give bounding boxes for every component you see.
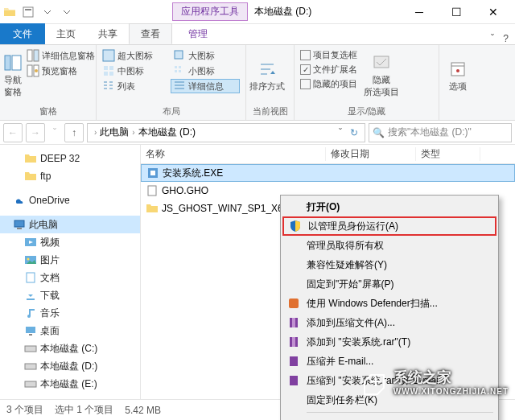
navigation-pane-button[interactable]: 导航窗格 — [3, 48, 23, 103]
svg-rect-2 — [5, 56, 10, 70]
col-type[interactable]: 类型 — [416, 147, 480, 161]
menu-pin-taskbar[interactable]: 固定到任务栏(K) — [282, 390, 496, 410]
view-large-icons[interactable]: 大图标 — [171, 48, 240, 63]
svg-rect-33 — [25, 364, 36, 369]
svg-rect-5 — [34, 50, 39, 61]
menu-pin-start[interactable]: 固定到"开始"屏幕(P) — [282, 274, 496, 294]
breadcrumb-drive[interactable]: 本地磁盘 (D:) — [138, 126, 196, 139]
nav-back-button[interactable]: ← — [3, 123, 23, 142]
tree-item-pictures[interactable]: 图片 — [0, 251, 140, 269]
svg-rect-10 — [104, 66, 108, 70]
show-extensions[interactable]: ✓文件扩展名 — [298, 63, 360, 76]
tree-item-documents[interactable]: 文档 — [0, 269, 140, 286]
status-selected: 选中 1 个项目 — [55, 403, 113, 417]
svg-rect-36 — [148, 186, 156, 196]
svg-rect-4 — [27, 50, 32, 61]
svg-rect-31 — [29, 334, 32, 336]
details-pane-button[interactable]: 详细信息窗格 — [24, 48, 97, 63]
ribbon-collapse-icon[interactable]: ˇ ? — [491, 33, 515, 44]
ribbon-group-show-label: 显示/隐藏 — [298, 105, 435, 118]
options-button[interactable]: 选项 — [443, 48, 473, 103]
view-small-icons[interactable]: 小图标 — [171, 64, 240, 78]
svg-rect-15 — [175, 66, 177, 68]
menu-troubleshoot[interactable]: 兼容性疑难解答(Y) — [282, 255, 496, 274]
window-titlebar: 应用程序工具 本地磁盘 (D:) ─ ☐ ✕ — [0, 0, 515, 24]
nav-recent-dropdown[interactable]: ˇ — [48, 123, 61, 142]
menu-separator — [307, 412, 493, 413]
view-list[interactable]: 列表 — [100, 79, 169, 93]
tab-home[interactable]: 主页 — [45, 23, 87, 44]
breadcrumb-this-pc[interactable]: 此电脑 — [100, 126, 129, 139]
qat-customize-icon[interactable] — [58, 3, 76, 21]
svg-rect-19 — [374, 56, 389, 68]
svg-point-28 — [27, 258, 30, 261]
ribbon: 导航窗格 详细信息窗格 预览窗格 窗格 超大图标 中图标 列表 大图标 小图标 … — [0, 45, 515, 121]
nav-forward-button[interactable]: → — [26, 123, 45, 142]
file-row-installer[interactable]: 安装系统.EXE — [141, 164, 515, 182]
rar-icon — [287, 374, 300, 387]
exe-icon — [146, 167, 159, 179]
svg-rect-3 — [12, 56, 21, 70]
address-dropdown-icon[interactable]: ˇ — [336, 127, 345, 138]
menu-add-rar[interactable]: 添加到 "安装系统.rar"(T) — [282, 332, 496, 352]
tree-item-videos[interactable]: 视频 — [0, 233, 140, 251]
preview-pane-button[interactable]: 预览窗格 — [24, 64, 97, 78]
menu-run-as-admin[interactable]: 以管理员身份运行(A) — [282, 216, 496, 236]
svg-rect-39 — [292, 318, 295, 327]
tab-view[interactable]: 查看 — [129, 23, 172, 44]
search-input[interactable]: 🔍 搜索"本地磁盘 (D:)" — [369, 123, 512, 142]
col-date[interactable]: 修改日期 — [326, 147, 416, 161]
svg-rect-9 — [103, 50, 114, 61]
view-extra-large-icons[interactable]: 超大图标 — [100, 48, 169, 63]
maximize-button[interactable]: ☐ — [438, 0, 475, 24]
tree-item-this-pc[interactable]: 此电脑 — [0, 216, 140, 233]
qat-properties-icon[interactable] — [19, 3, 37, 21]
tree-item-onedrive[interactable]: OneDrive — [0, 191, 140, 209]
tab-manage[interactable]: 管理 — [177, 23, 219, 44]
menu-compress-email[interactable]: 压缩并 E-mail... — [282, 352, 496, 371]
tree-item-ftp[interactable]: ftp — [0, 167, 140, 185]
defender-icon — [287, 297, 300, 310]
qat-dropdown-icon[interactable] — [39, 3, 56, 21]
svg-rect-43 — [290, 376, 298, 385]
show-hidden[interactable]: 隐藏的项目 — [298, 77, 360, 91]
menu-open[interactable]: 打开(O) — [282, 197, 496, 216]
minimize-button[interactable]: ─ — [401, 0, 438, 24]
svg-rect-16 — [179, 66, 181, 68]
view-medium-icons[interactable]: 中图标 — [100, 64, 169, 78]
tree-item-drive-c[interactable]: 本地磁盘 (C:) — [0, 340, 140, 357]
hide-selected-button[interactable]: 隐藏 所选项目 — [361, 48, 402, 103]
svg-point-8 — [35, 69, 38, 72]
tab-file[interactable]: 文件 — [0, 23, 45, 44]
address-field[interactable]: › 此电脑 › 本地磁盘 (D:) ˇ ↻ — [87, 123, 365, 142]
tree-item-desktop[interactable]: 桌面 — [0, 322, 140, 340]
tree-item-music[interactable]: 音乐 — [0, 304, 140, 322]
nav-up-button[interactable]: ↑ — [64, 123, 84, 142]
search-icon: 🔍 — [373, 127, 385, 138]
tree-item-deep32[interactable]: DEEP 32 — [0, 150, 140, 167]
sort-by-button[interactable]: 排序方式 — [249, 48, 285, 103]
tab-share[interactable]: 共享 — [87, 23, 129, 44]
tree-item-drive-e[interactable]: 本地磁盘 (E:) — [0, 375, 140, 393]
show-checkboxes[interactable]: 项目复选框 — [298, 48, 360, 62]
menu-add-archive[interactable]: 添加到压缩文件(A)... — [282, 313, 496, 332]
svg-rect-18 — [179, 70, 181, 72]
close-button[interactable]: ✕ — [475, 0, 512, 24]
view-details[interactable]: 详细信息 — [171, 79, 240, 93]
svg-rect-41 — [292, 337, 295, 347]
menu-compress-to-email[interactable]: 压缩到 "安装系统.rar" 并 E-mail — [282, 371, 496, 390]
menu-defender-scan[interactable]: 使用 Windows Defender扫描... — [282, 294, 496, 313]
refresh-icon[interactable]: ↻ — [347, 127, 361, 138]
col-name[interactable]: 名称 — [141, 147, 326, 161]
status-size: 5.42 MB — [125, 405, 161, 416]
tree-item-drive-d[interactable]: 本地磁盘 (D:) — [0, 357, 140, 375]
menu-take-ownership[interactable]: 管理员取得所有权 — [282, 236, 496, 255]
menu-qq-send[interactable]: 通过QQ发送到▶ — [282, 415, 496, 420]
svg-rect-0 — [23, 7, 33, 17]
svg-rect-29 — [27, 273, 35, 282]
shield-icon — [289, 220, 302, 233]
tree-item-downloads[interactable]: 下载 — [0, 286, 140, 304]
svg-rect-17 — [175, 70, 177, 72]
file-icon — [146, 184, 159, 197]
svg-point-21 — [456, 69, 459, 72]
